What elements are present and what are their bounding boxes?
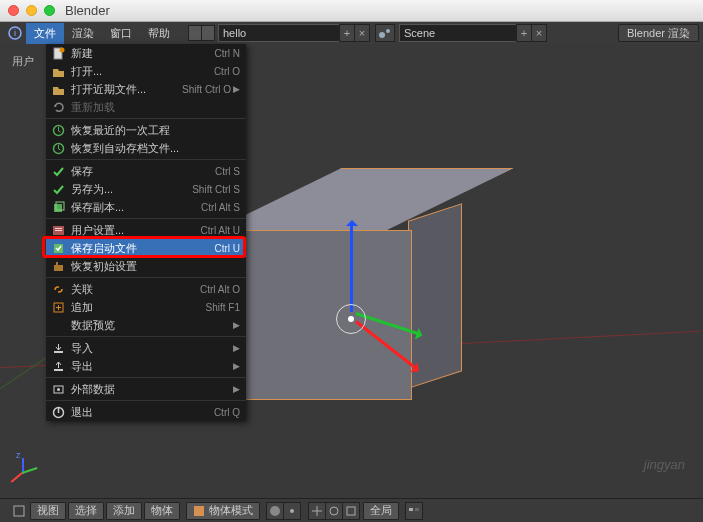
file-menu-item[interactable]: 恢复初始设置 — [46, 257, 246, 275]
zoom-window-button[interactable] — [44, 5, 55, 16]
svg-rect-11 — [55, 228, 62, 229]
menu-item-shortcut: Ctrl Q — [214, 407, 240, 418]
transform-orientation[interactable]: 全局 — [363, 502, 399, 520]
manipulator-translate-icon[interactable] — [308, 502, 326, 520]
svg-point-20 — [57, 388, 60, 391]
render-engine-select[interactable]: Blender 渲染 — [618, 24, 699, 42]
menu-object[interactable]: 物体 — [144, 502, 180, 520]
submenu-arrow-icon: ▶ — [233, 320, 240, 330]
svg-point-25 — [290, 509, 294, 513]
file-menu-item[interactable]: 打开...Ctrl O — [46, 62, 246, 80]
layout-delete-button[interactable]: × — [354, 24, 370, 42]
menu-item-label: 关联 — [71, 282, 196, 297]
svg-rect-28 — [409, 508, 413, 511]
file-menu-item[interactable]: 保存Ctrl S — [46, 162, 246, 180]
file-menu-item[interactable]: 新建Ctrl N — [46, 44, 246, 62]
menu-item-label: 新建 — [71, 46, 210, 61]
viewport-shading-icon[interactable] — [266, 502, 284, 520]
manipulator-rotate-icon[interactable] — [325, 502, 343, 520]
menu-window[interactable]: 窗口 — [102, 23, 140, 44]
menu-item-shortcut: Ctrl S — [215, 166, 240, 177]
menu-item-label: 导入 — [71, 341, 231, 356]
minimize-window-button[interactable] — [26, 5, 37, 16]
window-title: Blender — [65, 3, 110, 18]
export-icon — [50, 359, 66, 373]
svg-rect-15 — [56, 262, 58, 266]
close-window-button[interactable] — [8, 5, 19, 16]
mode-select[interactable]: 物体模式 — [186, 502, 260, 520]
file-menu-dropdown: 新建Ctrl N打开...Ctrl O打开近期文件...Shift Ctrl O… — [46, 44, 246, 421]
scene-add-button[interactable]: + — [516, 24, 532, 42]
screen-layout-field[interactable]: hello — [218, 24, 340, 42]
file-menu-item[interactable]: 重新加载 — [46, 98, 246, 116]
menu-item-shortcut: Ctrl Alt O — [200, 284, 240, 295]
svg-rect-12 — [55, 230, 62, 231]
refresh-icon — [50, 100, 66, 114]
file-menu-item[interactable]: 追加Shift F1 — [46, 298, 246, 316]
file-menu-item[interactable]: 保存启动文件Ctrl U — [46, 239, 246, 257]
menu-add[interactable]: 添加 — [106, 502, 142, 520]
screen-layout-browse[interactable] — [188, 25, 214, 41]
file-menu-item[interactable]: 导出▶ — [46, 357, 246, 375]
layout-add-button[interactable]: + — [339, 24, 355, 42]
gizmo-z-arrow[interactable] — [350, 222, 353, 312]
svg-rect-17 — [54, 351, 63, 353]
menu-item-label: 用户设置... — [71, 223, 197, 238]
link-icon — [50, 282, 66, 296]
menu-item-label: 打开近期文件... — [71, 82, 178, 97]
menu-item-label: 打开... — [71, 64, 210, 79]
pivot-icon[interactable] — [283, 502, 301, 520]
file-menu-item[interactable]: 数据预览▶ — [46, 316, 246, 334]
menu-help[interactable]: 帮助 — [140, 23, 178, 44]
scene-field[interactable]: Scene — [399, 24, 517, 42]
menu-item-label: 恢复最近的一次工程 — [71, 123, 240, 138]
svg-rect-27 — [347, 507, 355, 515]
menu-item-shortcut: Ctrl U — [214, 243, 240, 254]
svg-rect-23 — [194, 506, 204, 516]
scene-browse-icon[interactable] — [375, 24, 395, 42]
file-menu-item[interactable]: 外部数据▶ — [46, 380, 246, 398]
menu-item-label: 退出 — [71, 405, 210, 420]
info-icon[interactable]: i — [6, 24, 24, 42]
menu-view[interactable]: 视图 — [30, 502, 66, 520]
mini-axis-indicator: z — [16, 450, 46, 480]
menu-item-label: 保存副本... — [71, 200, 197, 215]
menu-render[interactable]: 渲染 — [64, 23, 102, 44]
svg-point-26 — [330, 507, 338, 515]
submenu-arrow-icon: ▶ — [233, 343, 240, 353]
import-icon — [50, 341, 66, 355]
watermark: jingyan — [644, 457, 685, 472]
layers-icon[interactable] — [405, 502, 423, 520]
file-menu-item[interactable]: 保存副本...Ctrl Alt S — [46, 198, 246, 216]
svg-text:i: i — [14, 28, 16, 38]
svg-rect-14 — [54, 265, 63, 271]
file-menu-item[interactable]: 导入▶ — [46, 339, 246, 357]
menu-item-shortcut: Ctrl Alt U — [201, 225, 240, 236]
menu-item-label: 追加 — [71, 300, 202, 315]
scene-delete-button[interactable]: × — [531, 24, 547, 42]
menu-file[interactable]: 文件 — [26, 23, 64, 44]
editor-type-icon[interactable] — [10, 502, 28, 520]
submenu-arrow-icon: ▶ — [233, 84, 240, 94]
file-menu-item[interactable]: 关联Ctrl Alt O — [46, 280, 246, 298]
svg-point-3 — [386, 29, 390, 33]
check-icon — [50, 182, 66, 196]
transform-gizmo[interactable] — [342, 204, 362, 224]
recover-icon — [50, 141, 66, 155]
window-titlebar: Blender — [0, 0, 703, 22]
file-menu-item[interactable]: 退出Ctrl Q — [46, 403, 246, 421]
menu-select[interactable]: 选择 — [68, 502, 104, 520]
viewport-header: 视图 选择 添加 物体 物体模式 全局 — [0, 498, 703, 522]
svg-point-5 — [59, 47, 64, 52]
file-menu-item[interactable]: 恢复到自动存档文件... — [46, 139, 246, 157]
manipulator-scale-icon[interactable] — [342, 502, 360, 520]
file-menu-item[interactable]: 用户设置...Ctrl Alt U — [46, 221, 246, 239]
file-menu-item[interactable]: 恢复最近的一次工程 — [46, 121, 246, 139]
file-menu-item[interactable]: 打开近期文件...Shift Ctrl O▶ — [46, 80, 246, 98]
menu-item-label: 恢复初始设置 — [71, 259, 240, 274]
file-menu-item[interactable]: 另存为...Shift Ctrl S — [46, 180, 246, 198]
file-new-icon — [50, 46, 66, 60]
save-startup-icon — [50, 241, 66, 255]
menu-item-label: 外部数据 — [71, 382, 231, 397]
menu-item-label: 保存启动文件 — [71, 241, 210, 256]
